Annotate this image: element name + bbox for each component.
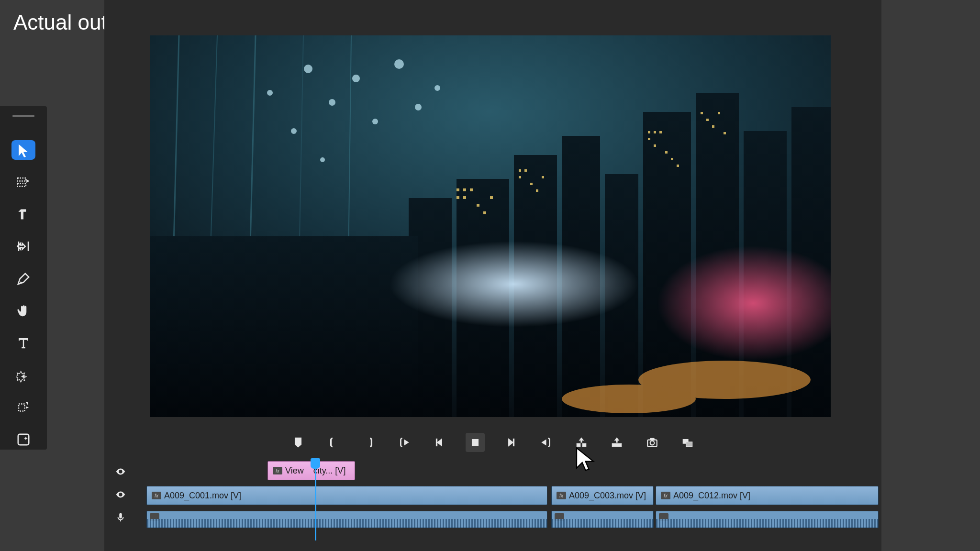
video-clip[interactable]: fxA009_C012.mov [V]	[656, 486, 879, 505]
svg-rect-54	[701, 112, 703, 114]
svg-point-18	[415, 104, 422, 110]
program-monitor[interactable]	[150, 35, 831, 417]
waveform	[147, 519, 547, 528]
svg-rect-68	[612, 443, 622, 447]
svg-rect-0	[18, 178, 26, 181]
step-forward-button[interactable]	[501, 433, 520, 452]
svg-rect-36	[463, 196, 466, 199]
svg-rect-51	[665, 151, 668, 154]
video-clip[interactable]: fxA009_C001.mov [V]	[146, 486, 547, 505]
play-stop-button[interactable]	[466, 433, 485, 452]
fx-badge-icon: fx	[273, 467, 282, 474]
svg-rect-53	[677, 165, 679, 167]
extract-button[interactable]	[607, 433, 626, 452]
fx-badge-icon: fx	[152, 492, 161, 499]
svg-rect-49	[648, 138, 650, 140]
mic-icon[interactable]	[114, 511, 127, 524]
remix-tool[interactable]	[11, 365, 35, 385]
svg-point-20	[434, 85, 440, 91]
type-tool[interactable]	[11, 333, 35, 353]
svg-rect-66	[577, 443, 580, 447]
svg-point-13	[329, 99, 335, 106]
svg-point-15	[352, 75, 360, 82]
fx-badge-icon: fx	[557, 492, 566, 499]
clip-label: A009_C003.mov [V]	[569, 491, 646, 501]
svg-rect-31	[150, 236, 418, 417]
clip-label: View	[285, 466, 304, 476]
ai-tool[interactable]	[11, 430, 35, 450]
playhead-handle-icon[interactable]	[311, 458, 320, 469]
svg-rect-52	[671, 158, 673, 160]
svg-rect-33	[463, 188, 466, 191]
audio-clip[interactable]	[146, 511, 547, 528]
mark-in-button[interactable]	[324, 433, 343, 452]
svg-rect-40	[519, 169, 521, 172]
svg-point-17	[394, 59, 404, 69]
svg-rect-73	[686, 442, 692, 447]
svg-rect-65	[513, 439, 514, 446]
ripple-edit-tool[interactable]	[11, 205, 35, 224]
fx-badge-icon: fx	[661, 492, 670, 499]
svg-point-70	[650, 441, 655, 445]
svg-rect-39	[490, 196, 493, 199]
svg-rect-41	[524, 169, 527, 172]
svg-rect-32	[457, 188, 459, 191]
svg-rect-43	[530, 183, 533, 185]
svg-rect-71	[650, 438, 655, 440]
svg-rect-44	[536, 189, 538, 192]
svg-rect-46	[648, 131, 650, 133]
go-to-out-button[interactable]	[536, 433, 556, 452]
program-monitor-panel: fx View city... [V] fxA009_C001.mov [V]f…	[104, 0, 881, 551]
step-back-button[interactable]	[430, 433, 449, 452]
svg-rect-55	[706, 119, 709, 121]
waveform	[656, 519, 878, 528]
svg-rect-50	[654, 144, 656, 147]
svg-rect-57	[718, 112, 720, 114]
svg-rect-34	[470, 188, 473, 191]
clip-label: A009_C001.mov [V]	[164, 491, 241, 501]
add-marker-button[interactable]	[289, 433, 308, 452]
svg-rect-4	[19, 404, 25, 411]
selection-tool[interactable]	[11, 140, 35, 160]
svg-rect-37	[477, 204, 479, 207]
mark-out-button[interactable]	[359, 433, 379, 452]
go-to-in-button[interactable]	[395, 433, 414, 452]
panel-grip[interactable]	[12, 115, 34, 117]
svg-rect-35	[457, 196, 459, 199]
svg-rect-5	[18, 434, 29, 445]
eye-icon[interactable]	[114, 465, 127, 478]
playhead-line	[315, 468, 316, 540]
svg-rect-67	[582, 443, 586, 447]
transport-controls	[104, 428, 881, 457]
hand-tool[interactable]	[11, 301, 35, 320]
svg-rect-38	[483, 211, 486, 214]
svg-point-59	[390, 241, 638, 327]
export-frame-button[interactable]	[643, 433, 662, 452]
svg-point-12	[304, 65, 312, 73]
svg-rect-1	[18, 183, 26, 186]
track-select-tool[interactable]	[11, 172, 35, 192]
eye-icon[interactable]	[114, 488, 127, 501]
svg-rect-58	[724, 132, 726, 134]
svg-rect-47	[654, 131, 656, 133]
svg-point-21	[320, 157, 325, 162]
button-editor-button[interactable]	[678, 433, 697, 452]
clip-label: A009_C012.mov [V]	[673, 491, 750, 501]
svg-rect-56	[712, 125, 714, 128]
track-header-icons	[114, 457, 127, 524]
svg-point-16	[372, 119, 378, 124]
svg-rect-45	[542, 176, 544, 178]
video-clip[interactable]: fxA009_C003.mov [V]	[551, 486, 654, 505]
svg-point-62	[562, 385, 696, 413]
svg-rect-42	[519, 176, 521, 178]
lift-button[interactable]	[572, 433, 591, 452]
audio-clip[interactable]	[656, 511, 879, 528]
pen-tool[interactable]	[11, 269, 35, 288]
tool-panel	[0, 106, 47, 450]
audio-clip[interactable]	[551, 511, 654, 528]
rate-stretch-tool[interactable]	[11, 237, 35, 256]
right-gutter	[879, 0, 980, 551]
svg-point-19	[267, 90, 273, 96]
slip-tool[interactable]	[11, 397, 35, 417]
waveform	[552, 519, 653, 528]
